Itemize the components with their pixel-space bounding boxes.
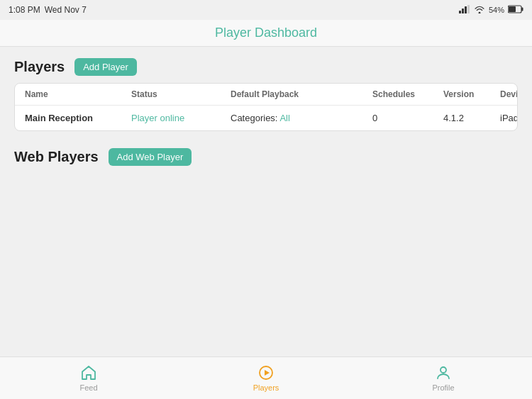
player-version: 4.1.2 — [443, 113, 500, 123]
svg-rect-2 — [465, 6, 467, 13]
player-status: Player online — [131, 113, 231, 123]
web-players-section: Web Players Add Web Player — [14, 148, 518, 166]
col-header-name: Name — [25, 89, 131, 99]
play-circle-icon — [257, 364, 275, 381]
wifi-icon — [474, 5, 485, 15]
web-players-section-header: Web Players Add Web Player — [14, 148, 518, 166]
svg-rect-6 — [509, 6, 516, 12]
main-content: Players Add Player Name Status Default P… — [0, 47, 532, 356]
nav-item-players[interactable]: Players — [177, 364, 355, 392]
page-title: Player Dashboard — [215, 26, 317, 40]
svg-rect-0 — [459, 11, 461, 13]
bottom-nav: Feed Players Profile — [0, 356, 532, 399]
time: 1:08 PM — [9, 5, 40, 15]
page-header: Player Dashboard — [0, 20, 532, 47]
nav-label-profile: Profile — [432, 383, 454, 392]
svg-rect-3 — [467, 5, 470, 13]
add-web-player-button[interactable]: Add Web Player — [109, 148, 192, 166]
table-row[interactable]: Main Reception Player online Categories:… — [15, 106, 517, 130]
signal-icon — [459, 5, 470, 15]
person-icon — [435, 364, 452, 381]
col-header-schedules: Schedules — [372, 89, 443, 99]
player-device: iPad — [500, 113, 518, 123]
nav-label-players: Players — [253, 383, 279, 392]
col-header-version: Version — [443, 89, 500, 99]
svg-rect-1 — [462, 9, 464, 13]
status-right: 54% — [459, 5, 523, 15]
date: Wed Nov 7 — [45, 5, 87, 15]
svg-rect-5 — [521, 8, 523, 11]
col-header-status: Status — [131, 89, 231, 99]
battery-icon — [508, 5, 523, 15]
web-players-title: Web Players — [14, 149, 99, 165]
battery-percent: 54% — [489, 6, 504, 14]
status-bar: 1:08 PM Wed Nov 7 54% — [0, 0, 532, 20]
table-header-row: Name Status Default Playback Schedules V… — [15, 84, 517, 106]
nav-label-feed: Feed — [79, 383, 97, 392]
nav-item-profile[interactable]: Profile — [355, 364, 532, 392]
playback-label: Categories: — [231, 113, 277, 123]
status-left: 1:08 PM Wed Nov 7 — [9, 5, 87, 15]
svg-point-9 — [440, 367, 446, 373]
nav-item-feed[interactable]: Feed — [0, 364, 177, 392]
playback-value[interactable]: All — [279, 113, 289, 123]
col-header-device: Device — [500, 89, 518, 99]
player-playback: Categories: All — [231, 113, 372, 123]
svg-marker-8 — [265, 370, 270, 376]
add-player-button[interactable]: Add Player — [74, 58, 137, 76]
col-header-playback: Default Playback — [231, 89, 372, 99]
player-name: Main Reception — [25, 113, 131, 123]
players-section-title: Players — [14, 59, 65, 75]
home-icon — [80, 364, 97, 381]
players-section-header: Players Add Player — [14, 58, 518, 76]
players-table: Name Status Default Playback Schedules V… — [14, 83, 518, 131]
player-schedules: 0 — [372, 113, 443, 123]
